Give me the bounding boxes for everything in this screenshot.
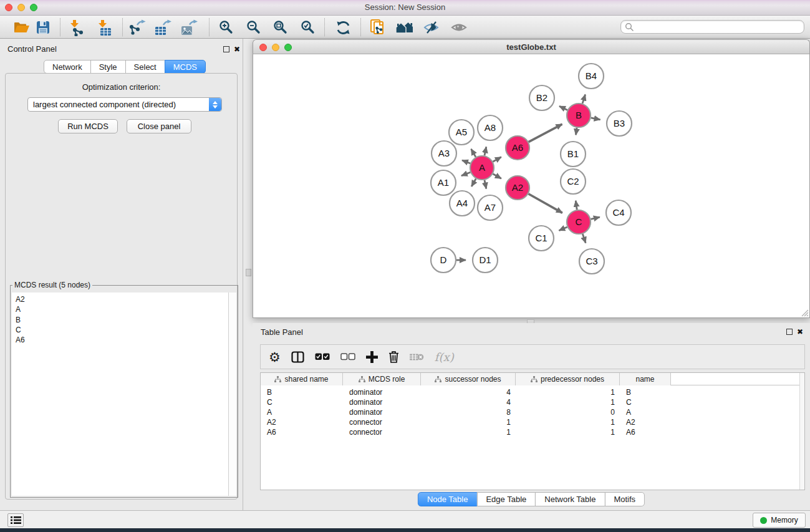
add-column-icon[interactable] (366, 351, 378, 363)
run-mcds-button[interactable]: Run MCDS (58, 119, 118, 133)
memory-button[interactable]: Memory (753, 513, 806, 528)
column-header-shared-name[interactable]: shared name (261, 373, 343, 385)
tab-select[interactable]: Select (125, 60, 165, 74)
deselect-all-columns-icon[interactable] (340, 353, 355, 360)
column-header-successor-nodes[interactable]: successor nodes (421, 373, 516, 385)
delete-table-icon[interactable] (410, 352, 424, 362)
graph-edge-A6-B[interactable] (529, 124, 562, 142)
float-table-panel-icon[interactable] (786, 329, 793, 335)
vertical-splitter-grip[interactable] (246, 269, 251, 276)
column-header-predecessor-nodes[interactable]: predecessor nodes (516, 373, 620, 385)
float-panel-icon[interactable] (223, 46, 229, 52)
mcds-result-item[interactable]: C (12, 325, 236, 335)
graph-edge-B-B3[interactable] (591, 118, 600, 120)
network-canvas[interactable]: B4B2BB3A8A5A6A3B1AA1C2A2A4A7C4CC1C3DD1 (253, 54, 810, 318)
graph-edge-A-A1[interactable] (461, 172, 470, 176)
hide-graphics-details-icon[interactable] (422, 19, 441, 36)
graph-edge-A-A4[interactable] (471, 178, 476, 186)
graph-edge-B-B4[interactable] (582, 95, 586, 104)
cell-shared-name: A2 (261, 417, 343, 427)
tab-motifs[interactable]: Motifs (604, 492, 645, 506)
zoom-out-icon[interactable] (244, 19, 263, 36)
cell-name: C (620, 397, 671, 407)
table-row[interactable]: A2connector11A2 (261, 417, 804, 427)
graph-edge-C-C3[interactable] (582, 234, 586, 243)
table-panel: Table Panel ✖ ⚙ f(x) (253, 323, 810, 510)
toolbar-separator (360, 18, 361, 36)
mcds-result-item[interactable]: A (12, 304, 236, 314)
import-network-icon[interactable] (67, 19, 86, 36)
select-all-columns-icon[interactable] (315, 353, 330, 360)
table-row[interactable]: Cdominator41C (261, 397, 804, 407)
cell-successor-nodes: 1 (421, 427, 516, 437)
table-toolbar: ⚙ f(x) (260, 344, 805, 369)
table-row[interactable]: A6connector11A6 (261, 427, 804, 437)
close-panel-button[interactable]: Close panel (127, 119, 191, 133)
task-history-button[interactable] (7, 513, 24, 527)
graph-edge-A2-C[interactable] (528, 194, 562, 213)
graph-edge-C-C4[interactable] (591, 217, 599, 219)
zoom-fit-icon[interactable] (271, 19, 289, 36)
delete-column-icon[interactable] (388, 351, 399, 363)
select-stepper-icon (209, 98, 221, 111)
desktop-background-strip (0, 528, 810, 532)
graph-edge-A-A7[interactable] (485, 180, 486, 189)
mcds-result-item[interactable]: A2 (12, 294, 236, 304)
graph-edge-A-A2[interactable] (493, 174, 501, 179)
table-row[interactable]: Adominator80A (261, 407, 804, 417)
split-view-icon[interactable] (291, 351, 304, 363)
close-table-panel-icon[interactable]: ✖ (797, 328, 803, 336)
table-scrollbar[interactable] (799, 373, 804, 490)
graph-edge-A-A6[interactable] (493, 157, 501, 162)
cell-successor-nodes: 8 (421, 407, 516, 417)
export-image-icon[interactable] (180, 19, 199, 36)
scrollbar[interactable] (228, 293, 236, 496)
apply-layout-icon[interactable] (334, 19, 352, 36)
search-input[interactable] (634, 21, 804, 32)
tab-network[interactable]: Network (44, 60, 91, 74)
home-icon[interactable] (394, 19, 415, 36)
column-header-name[interactable]: name (620, 373, 671, 385)
zoom-selected-icon[interactable] (298, 19, 317, 36)
node-table: shared nameMCDS rolesuccessor nodesprede… (260, 372, 805, 490)
graph-edge-A-A5[interactable] (471, 149, 476, 157)
graph-edge-B-B1[interactable] (576, 128, 577, 135)
tab-style[interactable]: Style (90, 60, 126, 74)
mcds-result-box: A2ABCA6 (12, 293, 236, 496)
hierarchy-icon (435, 376, 441, 382)
list-icon (11, 516, 21, 525)
export-table-icon[interactable] (154, 19, 173, 36)
graph-node-label: A2 (512, 182, 523, 193)
network-from-selection-icon[interactable] (369, 19, 388, 36)
title-bar: Session: New Session (0, 0, 810, 16)
graph-node-label: C4 (612, 207, 624, 218)
settings-gear-icon[interactable]: ⚙ (269, 351, 281, 364)
graph-edge-C-C1[interactable] (559, 227, 567, 231)
tab-node-table[interactable]: Node Table (418, 492, 478, 506)
tab-edge-table[interactable]: Edge Table (476, 492, 536, 506)
import-table-icon[interactable] (95, 19, 114, 36)
column-header-mcds-role[interactable]: MCDS role (343, 373, 421, 385)
mcds-tab-panel: Optimization criterion: largest connecte… (5, 73, 238, 500)
mcds-result-item[interactable]: B (12, 315, 236, 325)
graph-edge-A-A8[interactable] (485, 147, 486, 155)
mcds-result-item[interactable]: A6 (12, 335, 236, 345)
tab-network-table[interactable]: Network Table (535, 492, 605, 506)
network-window-titlebar[interactable]: testGlobe.txt (253, 39, 810, 54)
criterion-select[interactable]: largest connected component (directed) (27, 97, 222, 112)
tab-mcds[interactable]: MCDS (165, 60, 206, 74)
show-graphics-details-icon[interactable] (450, 19, 468, 36)
open-file-icon[interactable] (12, 19, 31, 36)
table-row[interactable]: Bdominator41B (261, 387, 804, 397)
save-session-icon[interactable] (34, 19, 52, 36)
graph-edge-A-A3[interactable] (462, 160, 470, 163)
search-box[interactable] (620, 20, 804, 34)
graph-edge-C-C2[interactable] (576, 201, 577, 210)
graph-edge-B-B2[interactable] (559, 106, 567, 110)
cell-name: B (620, 387, 671, 397)
apply-function-icon[interactable]: f(x) (435, 351, 454, 364)
zoom-in-icon[interactable] (216, 19, 235, 36)
resize-grip-icon[interactable] (801, 309, 809, 317)
export-network-icon[interactable] (128, 19, 147, 36)
close-panel-icon[interactable]: ✖ (234, 46, 240, 53)
